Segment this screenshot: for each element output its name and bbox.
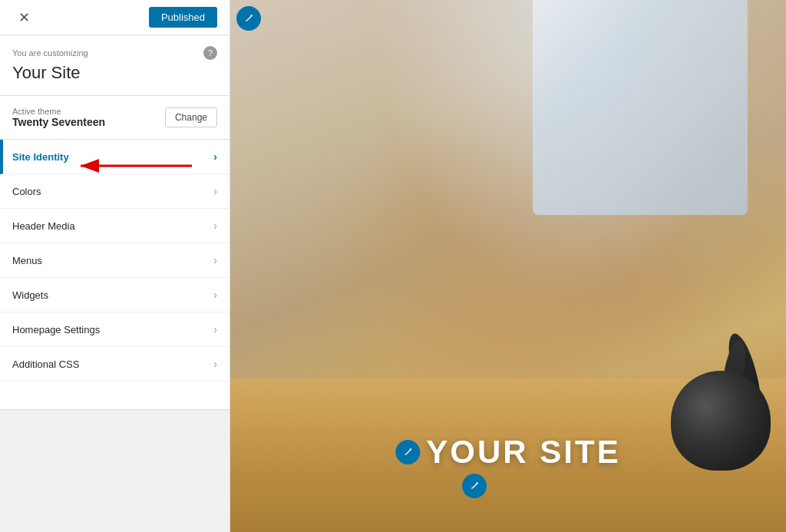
- menu-item-menus-label: Menus: [12, 255, 42, 266]
- menu-item-widgets-label: Widgets: [12, 289, 48, 301]
- menu-item-colors[interactable]: Colors ›: [0, 174, 230, 209]
- site-name-display: Your Site: [12, 63, 217, 83]
- bg-plant-pot: [663, 332, 771, 471]
- preview-area: YOUR SITE: [230, 0, 786, 532]
- menu-item-homepage-settings-label: Homepage Settings: [12, 324, 100, 335]
- pot-body: [671, 371, 771, 471]
- chevron-right-icon: ›: [213, 220, 217, 232]
- theme-section: Active theme Twenty Seventeen Change: [0, 96, 230, 140]
- chevron-right-icon: ›: [213, 323, 217, 335]
- menu-item-header-media[interactable]: Header Media ›: [0, 209, 230, 243]
- menu-item-site-identity-label: Site Identity: [12, 151, 69, 163]
- pencil-icon-subtitle: [469, 481, 480, 491]
- menu-item-additional-css[interactable]: Additional CSS ›: [0, 347, 230, 382]
- active-theme-label: Active theme: [12, 107, 105, 116]
- customizing-text: You are customizing: [12, 48, 88, 58]
- menu-item-widgets[interactable]: Widgets ›: [0, 278, 230, 312]
- menu-item-menus[interactable]: Menus ›: [0, 243, 230, 278]
- theme-name: Twenty Seventeen: [12, 116, 105, 128]
- chevron-right-icon: ›: [213, 185, 217, 197]
- bg-window: [533, 0, 748, 215]
- published-button[interactable]: Published: [149, 7, 217, 28]
- menu-item-colors-label: Colors: [12, 186, 41, 197]
- sidebar-bottom-area: [0, 409, 230, 532]
- menu-item-homepage-settings[interactable]: Homepage Settings ›: [0, 312, 230, 347]
- customizing-label-row: You are customizing ?: [12, 46, 217, 60]
- help-icon[interactable]: ?: [203, 46, 217, 60]
- chevron-right-icon: ›: [213, 289, 217, 301]
- site-title-overlay: YOUR SITE: [395, 434, 620, 471]
- edit-subtitle-icon[interactable]: [462, 474, 487, 498]
- customizer-menu: Site Identity › Colors › Header Media › …: [0, 140, 230, 409]
- chevron-right-icon: ›: [213, 358, 217, 370]
- customizer-sidebar: ✕ Published You are customizing ? Your S…: [0, 0, 230, 532]
- pencil-icon-title: [402, 447, 413, 458]
- theme-info: Active theme Twenty Seventeen: [12, 107, 105, 128]
- edit-icon-top[interactable]: [236, 6, 261, 31]
- chevron-right-icon: ›: [213, 150, 217, 163]
- edit-title-icon[interactable]: [395, 440, 420, 464]
- chevron-right-icon: ›: [213, 254, 217, 266]
- close-button[interactable]: ✕: [12, 6, 36, 29]
- preview-site-title: YOUR SITE: [426, 434, 620, 471]
- change-theme-button[interactable]: Change: [165, 107, 217, 127]
- menu-item-header-media-label: Header Media: [12, 220, 75, 232]
- pencil-icon: [243, 13, 254, 24]
- menu-item-additional-css-label: Additional CSS: [12, 359, 79, 370]
- sidebar-header: ✕ Published: [0, 0, 230, 35]
- menu-item-site-identity[interactable]: Site Identity ›: [0, 140, 230, 174]
- site-info-section: You are customizing ? Your Site: [0, 35, 230, 96]
